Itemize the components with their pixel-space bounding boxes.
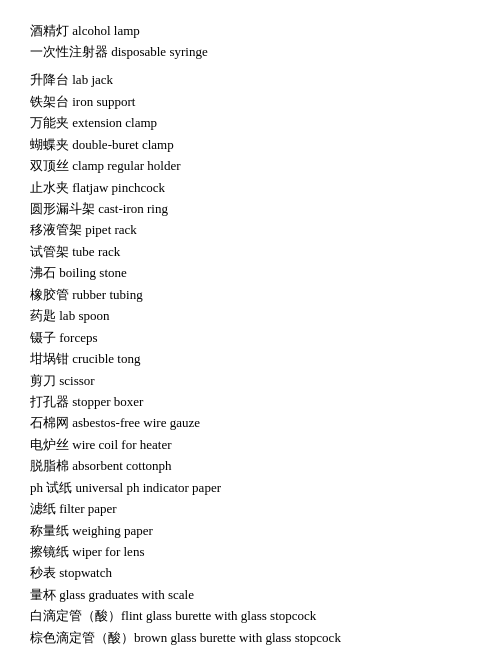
list-item: 万能夹 extension clamp (30, 112, 472, 133)
list-item: 白滴定管（酸）flint glass burette with glass st… (30, 605, 472, 626)
list-item: 脱脂棉 absorbent cottonph (30, 455, 472, 476)
list-item: 量杯 glass graduates with scale (30, 584, 472, 605)
list-item: 止水夹 flatjaw pinchcock (30, 177, 472, 198)
list-item: 圆形漏斗架 cast-iron ring (30, 198, 472, 219)
list-item: 铁架台 iron support (30, 91, 472, 112)
list-item: 棕色滴定管（酸）brown glass burette with glass s… (30, 627, 472, 648)
list-item: 药匙 lab spoon (30, 305, 472, 326)
list-item: 电炉丝 wire coil for heater (30, 434, 472, 455)
equipment-list: 酒精灯 alcohol lamp一次性注射器 disposable syring… (30, 20, 472, 649)
list-item: 擦镜纸 wiper for lens (30, 541, 472, 562)
list-item: 镊子 forceps (30, 327, 472, 348)
list-item: 试管架 tube rack (30, 241, 472, 262)
list-item: 升降台 lab jack (30, 69, 472, 90)
list-item: 秒表 stopwatch (30, 562, 472, 583)
list-item: 剪刀 scissor (30, 370, 472, 391)
list-item: ph 试纸 universal ph indicator paper (30, 477, 472, 498)
list-item: 酒精灯 alcohol lamp (30, 20, 472, 41)
list-item: 双顶丝 clamp regular holder (30, 155, 472, 176)
list-item: 一次性注射器 disposable syringe (30, 41, 472, 62)
list-item: 称量纸 weighing paper (30, 520, 472, 541)
list-item: 沸石 boiling stone (30, 262, 472, 283)
list-item: 移液管架 pipet rack (30, 219, 472, 240)
list-item: 石棉网 asbestos-free wire gauze (30, 412, 472, 433)
list-item: 蝴蝶夹 double-buret clamp (30, 134, 472, 155)
list-item: 滤纸 filter paper (30, 498, 472, 519)
list-item: 坩埚钳 crucible tong (30, 348, 472, 369)
list-item: 橡胶管 rubber tubing (30, 284, 472, 305)
list-item: 打孔器 stopper boxer (30, 391, 472, 412)
